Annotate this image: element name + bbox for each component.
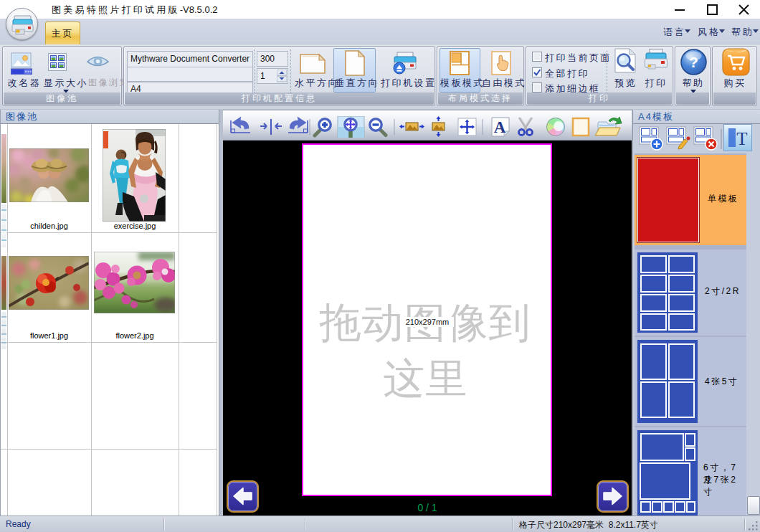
svg-text:A: A — [494, 118, 506, 136]
svg-text:?: ? — [689, 54, 698, 70]
svg-text:T: T — [736, 129, 747, 148]
